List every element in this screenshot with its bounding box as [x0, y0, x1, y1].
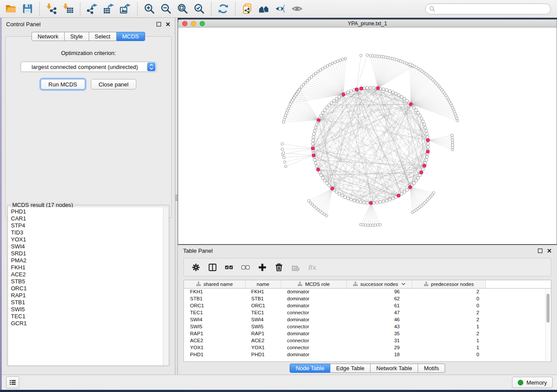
column-header-shared-name[interactable]: shared name — [184, 280, 245, 288]
result-list-item[interactable]: YOX1 — [11, 236, 163, 243]
table-row[interactable]: SWI5SWI5connector431 — [184, 323, 551, 330]
table-scrollbar[interactable] — [545, 289, 550, 361]
cell-shared-name: ACE2 — [184, 337, 245, 344]
column-header-predecessor-nodes[interactable]: predecessor nodes — [412, 280, 485, 288]
cell-mcds-role: dominator — [281, 288, 346, 295]
new-network-from-selection-button[interactable] — [239, 1, 255, 16]
toolbar-separator — [137, 2, 138, 15]
import-table-button[interactable] — [60, 1, 76, 16]
network-titlebar[interactable]: YPA_prune.txt_1 — [178, 20, 557, 28]
cell-predecessor-nodes: 2 — [412, 309, 485, 316]
result-list-scrollbar[interactable] — [163, 207, 168, 365]
result-list-item[interactable]: STP4 — [11, 222, 163, 229]
result-list-item[interactable]: TEC1 — [11, 313, 163, 320]
cell-mcds-role: dominator — [281, 351, 346, 358]
result-list-item[interactable]: FKH1 — [11, 264, 163, 271]
result-list-item[interactable]: ORC1 — [11, 285, 163, 292]
float-panel-icon[interactable] — [156, 21, 161, 27]
network-title: YPA_prune.txt_1 — [178, 21, 557, 27]
function-builder-button[interactable]: f(x) — [304, 260, 319, 274]
result-list-item[interactable]: TID3 — [11, 229, 163, 236]
tab-style[interactable]: Style — [65, 32, 89, 41]
network-canvas[interactable] — [178, 28, 557, 244]
table-row[interactable]: ACE2ACE2connector311 — [184, 337, 551, 344]
show-columns-button[interactable] — [205, 260, 220, 274]
column-header-name[interactable]: name — [245, 280, 281, 288]
result-list-item[interactable]: RAP1 — [11, 292, 163, 299]
network-graph[interactable] — [178, 28, 557, 244]
save-session-button[interactable] — [20, 1, 35, 16]
close-table-panel-icon[interactable] — [547, 248, 552, 253]
export-image-button[interactable] — [118, 1, 133, 16]
select-all-columns-button[interactable] — [221, 260, 236, 274]
close-panel-button[interactable]: Close panel — [91, 79, 137, 89]
tab-network-table[interactable]: Network Table — [370, 364, 418, 373]
first-neighbors-button[interactable] — [256, 1, 272, 16]
close-panel-icon[interactable] — [165, 21, 170, 27]
cell-name: RAP1 — [245, 330, 281, 337]
mcds-result-list[interactable]: PHD1CAR1STP4TID3YOX1SWI4SRD1PMA2FKH1ACE2… — [8, 207, 163, 365]
table-scrollbar-thumb[interactable] — [547, 294, 550, 323]
open-file-button[interactable] — [3, 1, 19, 16]
cell-shared-name: SWI4 — [184, 316, 245, 323]
refresh-button[interactable] — [215, 1, 231, 16]
cell-filler — [485, 288, 551, 295]
result-list-item[interactable]: STB1 — [11, 299, 163, 306]
toolbar-separator — [235, 2, 235, 15]
optimization-criterion-select[interactable]: largest connected component (undirected) — [21, 62, 157, 72]
table-row[interactable]: TEC1TEC1connector472 — [184, 309, 551, 316]
import-network-button[interactable] — [44, 1, 59, 16]
tab-mcds[interactable]: MCDS — [117, 32, 145, 41]
network-frame: YPA_prune.txt_1 — [178, 19, 557, 244]
table-row[interactable]: ORC1ORC1dominator610 — [184, 302, 551, 309]
result-list-item[interactable]: PHD1 — [11, 208, 163, 215]
export-network-button[interactable] — [84, 1, 100, 16]
cell-name: SWI4 — [245, 316, 281, 323]
hide-selected-button[interactable] — [273, 1, 288, 16]
task-history-button[interactable] — [6, 376, 19, 389]
node-table-container: shared namenameMCDS rolesuccessor nodesp… — [183, 280, 551, 362]
tab-select[interactable]: Select — [89, 32, 117, 41]
result-list-item[interactable]: GCR1 — [11, 320, 163, 327]
table-row[interactable]: PHD1PHD1dominator180 — [184, 351, 551, 358]
zoom-fit-button[interactable] — [175, 1, 190, 16]
float-table-panel-icon[interactable] — [537, 248, 543, 253]
cell-filler — [485, 309, 551, 316]
create-column-button[interactable] — [255, 260, 270, 274]
table-row[interactable]: FKH1FKH1dominator962 — [184, 288, 551, 295]
zoom-in-icon — [144, 3, 155, 14]
result-list-item[interactable]: SRD1 — [11, 250, 163, 257]
cell-successor-nodes: 62 — [346, 295, 412, 302]
zoom-in-button[interactable] — [142, 1, 157, 16]
table-row[interactable]: SWI4SWI4dominator462 — [184, 316, 551, 323]
memory-button[interactable]: Memory — [512, 377, 553, 388]
run-mcds-button[interactable]: Run MCDS — [41, 79, 85, 89]
table-row[interactable]: STB1STB1dominator620 — [184, 295, 551, 302]
table-row[interactable]: YOX1YOX1connector291 — [184, 344, 551, 351]
table-row[interactable]: RAP1RAP1dominator352 — [184, 330, 551, 337]
export-table-button[interactable] — [101, 1, 117, 16]
tab-motifs[interactable]: Motifs — [418, 364, 445, 373]
table-options-button[interactable] — [188, 260, 203, 274]
result-list-item[interactable]: ACE2 — [11, 271, 163, 278]
result-list-item[interactable]: SWI4 — [11, 243, 163, 250]
column-header-successor-nodes[interactable]: successor nodes — [346, 280, 412, 288]
zoom-out-button[interactable] — [158, 1, 174, 16]
result-list-item[interactable]: STB5 — [11, 278, 163, 285]
column-header-mcds-role[interactable]: MCDS role — [281, 280, 346, 288]
cell-predecessor-nodes: 1 — [412, 337, 485, 344]
result-list-item[interactable]: SWI5 — [11, 306, 163, 313]
result-list-item[interactable]: PMA2 — [11, 257, 163, 264]
tab-edge-table[interactable]: Edge Table — [330, 364, 370, 373]
show-all-button[interactable] — [289, 1, 305, 16]
cell-mcds-role: connector — [281, 337, 346, 344]
zoom-selected-button[interactable] — [191, 1, 207, 16]
result-list-item[interactable]: CAR1 — [11, 215, 163, 222]
tab-network[interactable]: Network — [31, 32, 65, 41]
tab-node-table[interactable]: Node Table — [290, 364, 331, 373]
splitter-grip[interactable] — [176, 195, 177, 201]
delete-column-button[interactable] — [271, 260, 286, 274]
search-input[interactable] — [425, 3, 551, 14]
delete-table-button[interactable] — [288, 260, 303, 274]
deselect-all-columns-button[interactable] — [238, 260, 253, 274]
